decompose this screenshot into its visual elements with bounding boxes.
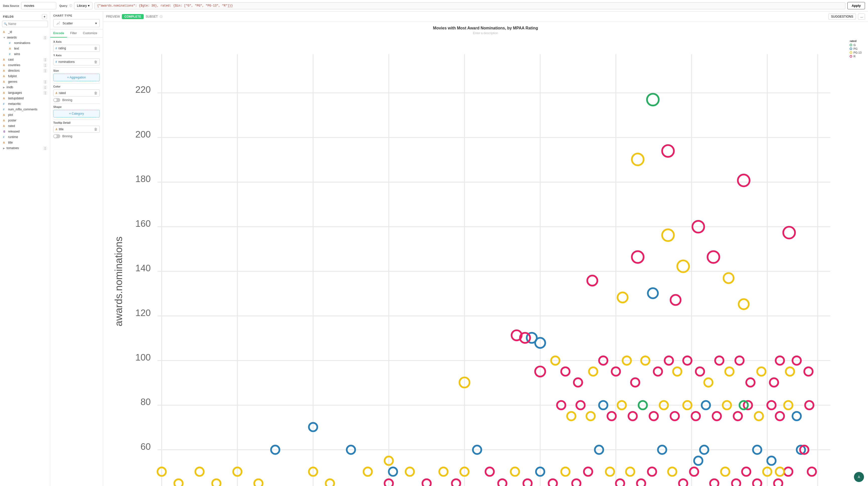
field-search-input[interactable] (2, 21, 48, 27)
field-type-icon: A (3, 69, 6, 72)
library-button[interactable]: Library ▾ (74, 2, 92, 9)
tab-encode[interactable]: Encode (50, 29, 67, 37)
field-item[interactable]: # runtime (0, 134, 50, 140)
data-point (212, 479, 220, 486)
chart-toolbar: PREVIEW COMPLETE SUBSET ⓘ SUGGESTIONS ..… (103, 11, 868, 22)
svg-text:60: 60 (141, 441, 151, 452)
datasource-input[interactable] (21, 2, 56, 9)
more-button[interactable]: ... (858, 13, 865, 20)
data-point (742, 467, 750, 476)
color-type-icon: A (56, 92, 57, 94)
field-badge: {} (43, 86, 47, 89)
tab-subset[interactable]: SUBSET (146, 15, 158, 18)
x-axis-remove-button[interactable]: 🗑 (94, 46, 97, 50)
field-item[interactable]: 🗓 released (0, 129, 50, 134)
data-point (708, 251, 719, 263)
color-remove-button[interactable]: 🗑 (94, 91, 97, 95)
chart-container: rated G PG PG-13 R (107, 37, 864, 486)
data-point (498, 479, 506, 486)
tooltip-binning-row: Binning (53, 134, 100, 138)
field-type-icon: A (9, 47, 12, 50)
field-group-imdb[interactable]: ▶ imdb {} (0, 84, 50, 90)
tab-customize[interactable]: Customize (80, 29, 100, 37)
field-item[interactable]: # metacritic (0, 101, 50, 107)
color-binning-toggle[interactable] (53, 98, 60, 102)
data-point (776, 467, 784, 476)
suggestions-button[interactable]: SUGGESTIONS (828, 13, 856, 20)
field-item[interactable]: # nominations (0, 40, 50, 46)
query-info-icon[interactable]: ⓘ (69, 4, 72, 7)
field-item[interactable]: A fullplot (0, 74, 50, 79)
field-type-icon: A (3, 97, 6, 100)
field-item[interactable]: A genres [] (0, 79, 50, 84)
tab-preview[interactable]: PREVIEW (106, 15, 120, 18)
field-name: directors (8, 69, 42, 73)
tab-filter[interactable]: Filter (67, 29, 80, 37)
svg-text:160: 160 (135, 219, 151, 229)
color-field-name: rated (59, 91, 92, 95)
tooltip-binning-toggle[interactable] (53, 134, 60, 138)
data-point (572, 479, 580, 486)
field-item[interactable]: A directors [] (0, 68, 50, 74)
add-field-button[interactable]: + (42, 14, 47, 19)
data-point (786, 367, 794, 376)
add-category-button[interactable]: + Category (53, 110, 100, 117)
chart-type-select[interactable]: Scatter ▾ (53, 19, 100, 27)
field-badge: [] (43, 80, 47, 83)
data-point (649, 412, 658, 420)
field-name: awards (7, 36, 42, 39)
field-item[interactable]: A lastupdated (0, 95, 50, 101)
field-name: lastupdated (8, 96, 47, 100)
y-axis-remove-button[interactable]: 🗑 (94, 60, 97, 64)
data-point (561, 467, 569, 476)
toggle-knob (54, 98, 57, 102)
field-item[interactable]: A title (0, 140, 50, 145)
field-item[interactable]: A plot (0, 112, 50, 118)
field-item[interactable]: # wins (0, 51, 50, 57)
tooltip-remove-button[interactable]: 🗑 (94, 127, 97, 131)
chart-legend: rated G PG PG-13 R (850, 39, 862, 59)
chart-info-icon[interactable]: ⓘ (160, 15, 162, 19)
data-point (662, 229, 674, 241)
field-name: wins (14, 52, 47, 56)
field-item[interactable]: A _id (0, 29, 50, 35)
field-item[interactable]: A text (0, 46, 50, 51)
query-input[interactable] (94, 2, 845, 9)
field-name: nominations (14, 41, 47, 45)
legend-dot-pg (850, 48, 852, 50)
data-point (174, 479, 183, 486)
color-field-pill: A rated 🗑 (53, 89, 100, 96)
shape-label: Shape (53, 105, 100, 108)
field-item[interactable]: A countries [] (0, 62, 50, 68)
data-point (549, 479, 557, 486)
data-point (712, 412, 721, 420)
field-group-tomatoes[interactable]: ▶ tomatoes {} (0, 145, 50, 151)
chart-description[interactable]: Enter a description (473, 31, 498, 35)
field-group-awards[interactable]: ▼ awards {} (0, 35, 50, 40)
avatar-button[interactable]: A (854, 472, 864, 482)
data-point (632, 153, 644, 165)
field-item[interactable]: A rated (0, 123, 50, 129)
add-aggregation-button[interactable]: + Aggregation (53, 74, 100, 81)
field-type-icon: A (3, 64, 6, 67)
data-point (732, 479, 740, 486)
data-point (195, 467, 204, 476)
tooltip-label: Tooltip Detail (53, 121, 100, 124)
data-point (648, 467, 656, 476)
tab-complete[interactable]: COMPLETE (122, 14, 144, 19)
field-type-icon: A (3, 75, 6, 78)
svg-text:140: 140 (135, 263, 151, 273)
data-point (783, 227, 795, 238)
chart-type-chevron: ▾ (95, 21, 97, 25)
field-type-icon: A (3, 114, 6, 116)
fields-list: A _id ▼ awards {} # nominations A text # (0, 29, 50, 151)
field-item[interactable]: A cast [] (0, 57, 50, 62)
svg-text:220: 220 (135, 84, 151, 95)
field-name: _id (8, 30, 47, 34)
apply-button[interactable]: Apply (847, 2, 865, 9)
field-item[interactable]: # num_mflix_comments (0, 107, 50, 112)
scatter-chart-svg: .axis-text { font-size: 11px; fill: #666… (107, 37, 864, 486)
field-item[interactable]: A poster (0, 118, 50, 123)
data-point (364, 467, 372, 476)
field-item[interactable]: A languages [] (0, 90, 50, 95)
